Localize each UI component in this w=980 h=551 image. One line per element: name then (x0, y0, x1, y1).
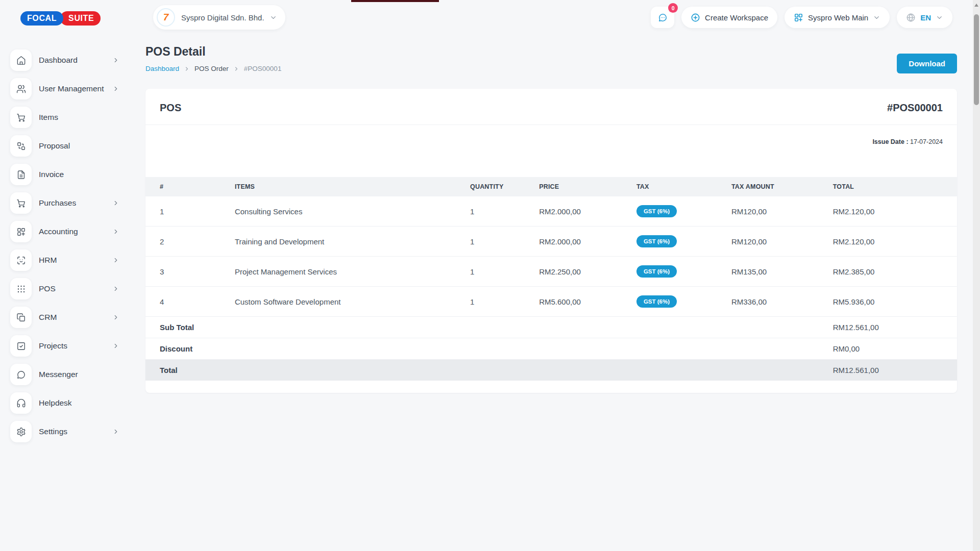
app-selector-label: Syspro Web Main (808, 13, 868, 22)
column-header: TOTAL (833, 177, 957, 196)
sidebar-item-label: CRM (39, 313, 112, 322)
app-selector[interactable]: Syspro Web Main (785, 7, 890, 28)
item-quantity: 1 (470, 196, 539, 227)
sidebar-nav: DashboardUser ManagementItemsProposalInv… (0, 46, 131, 446)
sidebar-item-projects[interactable]: Projects (0, 332, 131, 360)
items-table: #ITEMSQUANTITYPRICETAXTAX AMOUNTTOTAL 1C… (145, 177, 957, 381)
globe-icon (906, 13, 916, 22)
column-header: ITEMS (235, 177, 470, 196)
summary-value: RM0,00 (833, 338, 957, 360)
screen-artifact (351, 0, 439, 2)
chevron-right-icon (112, 342, 119, 349)
create-workspace-button[interactable]: Create Workspace (681, 7, 777, 28)
sidebar-item-pos[interactable]: POS (0, 274, 131, 303)
scan-face-icon (10, 249, 32, 271)
language-label: EN (920, 13, 931, 22)
sidebar-item-label: Purchases (39, 198, 112, 208)
card-header: POS #POS00001 (145, 89, 957, 125)
chevron-down-icon (936, 14, 943, 21)
item-row: 2Training and Development1RM2.000,00GST … (145, 227, 957, 257)
sidebar-item-dashboard[interactable]: Dashboard (0, 46, 131, 74)
brand-logo-suite: SUITE (60, 11, 101, 26)
breadcrumb: DashboardPOS Order#POS00001 (145, 65, 281, 72)
chevron-right-icon (112, 257, 119, 264)
chat-bubble-icon (10, 364, 32, 385)
square-check-icon (10, 335, 32, 357)
item-tax-amount: RM135,00 (731, 257, 833, 287)
column-header: TAX (636, 177, 731, 196)
item-tax-cell: GST (6%) (636, 196, 731, 227)
sidebar-item-label: Settings (39, 427, 112, 436)
brand-logo[interactable]: FOCAL SUITE (20, 11, 131, 26)
breadcrumb-separator-icon (184, 66, 190, 72)
topbar: 7 Syspro Digital Sdn. Bhd. 0 Create Work… (131, 4, 952, 31)
page-title: POS Detail (145, 45, 281, 59)
chat-button[interactable]: 0 (651, 7, 674, 28)
workspace-selector[interactable]: 7 Syspro Digital Sdn. Bhd. (153, 5, 285, 30)
users-icon (10, 78, 32, 99)
sidebar-item-hrm[interactable]: HRM (0, 246, 131, 274)
item-tax-amount: RM336,00 (731, 287, 833, 317)
chevron-right-icon (112, 57, 119, 64)
item-total: RM2.120,00 (833, 227, 957, 257)
item-row: 3Project Management Services1RM2.250,00G… (145, 257, 957, 287)
chevron-down-icon (270, 14, 277, 21)
sidebar-item-label: Proposal (39, 141, 119, 151)
pos-detail-card: POS #POS00001 Issue Date : 17-07-2024 #I… (145, 89, 957, 393)
chevron-right-icon (112, 285, 119, 292)
file-text-icon (10, 164, 32, 185)
item-name: Consulting Services (235, 196, 470, 227)
sidebar-item-label: POS (39, 284, 112, 293)
gear-icon (10, 421, 32, 442)
sidebar-item-user-management[interactable]: User Management (0, 74, 131, 103)
summary-row-discount: DiscountRM0,00 (145, 338, 957, 360)
row-number: 4 (145, 287, 235, 317)
sidebar-item-label: Dashboard (39, 56, 112, 65)
brand-logo-focal: FOCAL (20, 11, 63, 26)
create-workspace-label: Create Workspace (705, 13, 768, 22)
sidebar-item-proposal[interactable]: Proposal (0, 132, 131, 160)
cart-icon (10, 192, 32, 214)
issue-date-label: Issue Date : (872, 138, 908, 145)
chat-dots-icon (658, 13, 668, 22)
sidebar-item-invoice[interactable]: Invoice (0, 160, 131, 189)
chevron-down-icon (873, 14, 880, 21)
breadcrumb-item[interactable]: Dashboard (145, 65, 179, 72)
chevron-right-icon (112, 228, 119, 235)
row-number: 3 (145, 257, 235, 287)
item-quantity: 1 (470, 257, 539, 287)
item-name: Custom Software Development (235, 287, 470, 317)
sidebar-item-label: HRM (39, 256, 112, 265)
sidebar-item-purchases[interactable]: Purchases (0, 189, 131, 217)
page-header: POS Detail DashboardPOS Order#POS00001 D… (145, 45, 957, 73)
sidebar-item-settings[interactable]: Settings (0, 417, 131, 446)
plus-circle-icon (691, 13, 700, 22)
column-header: QUANTITY (470, 177, 539, 196)
page-scrollbar[interactable] (973, 0, 980, 551)
scroll-up-arrow-icon[interactable] (974, 4, 978, 7)
item-price: RM5.600,00 (539, 287, 636, 317)
sidebar-item-messenger[interactable]: Messenger (0, 360, 131, 389)
chevron-right-icon (112, 199, 119, 207)
sidebar-item-label: Items (39, 113, 119, 122)
summary-label: Total (145, 360, 833, 381)
item-tax-amount: RM120,00 (731, 227, 833, 257)
summary-label: Discount (145, 338, 833, 360)
item-price: RM2.000,00 (539, 196, 636, 227)
sidebar-item-helpdesk[interactable]: Helpdesk (0, 389, 131, 417)
sidebar-item-label: Projects (39, 341, 112, 350)
language-selector[interactable]: EN (897, 7, 952, 28)
column-header: TAX AMOUNT (731, 177, 833, 196)
sidebar-item-crm[interactable]: CRM (0, 303, 131, 332)
summary-value: RM12.561,00 (833, 317, 957, 338)
summary-row-sub-total: Sub TotalRM12.561,00 (145, 317, 957, 338)
item-price: RM2.000,00 (539, 227, 636, 257)
sidebar: FOCAL SUITE DashboardUser ManagementItem… (0, 0, 131, 551)
sidebar-item-items[interactable]: Items (0, 103, 131, 132)
sidebar-item-accounting[interactable]: Accounting (0, 217, 131, 246)
download-button[interactable]: Download (897, 54, 957, 73)
chevron-right-icon (112, 428, 119, 435)
tax-badge: GST (6%) (636, 295, 677, 308)
column-header: PRICE (539, 177, 636, 196)
scrollbar-thumb[interactable] (974, 14, 979, 105)
